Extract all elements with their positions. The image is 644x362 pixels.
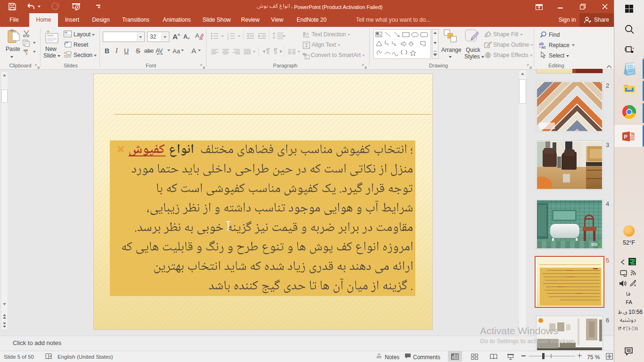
svg-text:ac: ac bbox=[541, 45, 546, 49]
svg-text:3: 3 bbox=[227, 37, 229, 40]
svg-text:A: A bbox=[195, 32, 199, 39]
svg-text:AV: AV bbox=[156, 48, 163, 54]
svg-text:P: P bbox=[624, 134, 627, 140]
svg-text:A: A bbox=[306, 32, 309, 36]
